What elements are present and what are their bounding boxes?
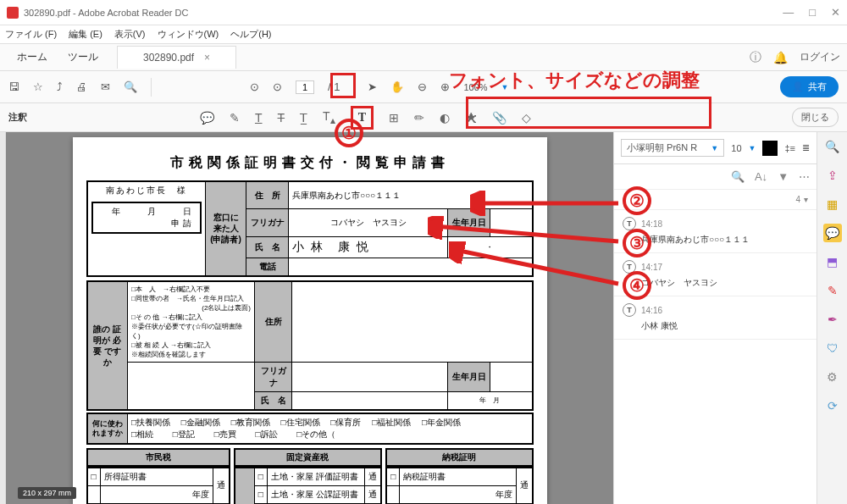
who-opt-d[interactable]: □被 相 続 人 →右欄に記入 [131, 341, 251, 350]
use-b[interactable]: □金融関係 [181, 418, 220, 427]
cat1-header: 市民税 [86, 448, 230, 467]
who-header: 誰の 証明が 必要 ですか [87, 281, 128, 410]
text-comment-icon: T [623, 303, 636, 317]
who-opt-a[interactable]: □本 人 →右欄記入不要 [131, 285, 251, 294]
who-opt-c[interactable]: □そ の 他 →右欄に記入 [131, 313, 251, 322]
who-birth-label: 生年月日 [448, 362, 490, 391]
textbox-icon[interactable]: ⊞ [389, 111, 399, 125]
close-icon[interactable]: ✕ [831, 6, 840, 19]
rail-edit-icon[interactable]: ✎ [823, 281, 842, 300]
print-icon[interactable]: 🖨 [76, 80, 87, 93]
color-swatch[interactable] [762, 141, 778, 156]
save-icon[interactable]: 🖫 [8, 80, 19, 93]
who-opt-b2: (2名以上は裏面) [131, 303, 251, 313]
tab-home[interactable]: ホーム [7, 44, 58, 70]
font-size[interactable]: 10 [731, 143, 741, 153]
strike-t-icon[interactable]: T [278, 111, 285, 125]
login-link[interactable]: ログイン [800, 50, 840, 64]
share-button[interactable]: 👤 共有 [780, 76, 839, 97]
menubar: ファイル (F) 編集 (E) 表示(V) ウィンドウ(W) ヘルプ(H) [0, 25, 847, 44]
use-a[interactable]: □扶養関係 [131, 418, 170, 427]
highlight-icon[interactable]: ✎ [230, 111, 240, 125]
who-addr-label: 住所 [255, 281, 292, 363]
linespacing-icon[interactable]: ‡≡ [784, 143, 795, 153]
use-g[interactable]: □年金関係 [422, 418, 461, 427]
pencil-icon[interactable]: ✏ [414, 111, 424, 125]
note-icon[interactable]: 💬 [200, 111, 214, 125]
rail-search-icon[interactable]: 🔍 [823, 137, 842, 156]
tab-document[interactable]: 302890.pdf × [117, 46, 236, 69]
list-icon[interactable]: ≣ [802, 142, 810, 153]
use-e[interactable]: □保育所 [330, 418, 361, 427]
tab-tools[interactable]: ツール [58, 44, 108, 70]
document-area[interactable]: 市税関係証明書交付・閲覧申請書 南あわじ市長 様 年 月 日 申請 窓口に 来た… [6, 132, 613, 504]
use-j[interactable]: □売買 [214, 429, 236, 439]
mail-icon[interactable]: ✉ [101, 80, 110, 93]
search-icon[interactable]: 🔍 [124, 80, 137, 93]
size-dropdown-icon[interactable]: ▼ [749, 144, 756, 152]
comment-count: 4 [795, 195, 800, 204]
sort-az-icon[interactable]: A↓ [755, 170, 767, 183]
rail-more-icon[interactable]: ⚙ [823, 368, 842, 386]
who-opt-b[interactable]: □同世帯の者 →氏名・生年月日記入 [131, 294, 251, 303]
use-l[interactable]: □その他（ [296, 429, 335, 439]
sort-dropdown-icon[interactable]: ▾ [804, 195, 808, 204]
hand-icon[interactable]: ✋ [390, 80, 404, 93]
menu-window[interactable]: ウィンドウ(W) [158, 28, 219, 41]
page-down-icon[interactable]: ⊙ [273, 80, 282, 93]
filter-icon[interactable]: ▼ [778, 170, 789, 183]
date-box: 年 月 日 申請 [91, 202, 202, 234]
underline-t-icon[interactable]: T [255, 111, 263, 125]
close-comment-button[interactable]: 閉じる [792, 108, 839, 127]
right-rail: 🔍 ⇪ ▦ 💬 ⬒ ✎ ✒ 🛡 ⚙ ⟳ [817, 132, 847, 504]
cursor-icon[interactable]: ➤ [368, 80, 377, 93]
use-c[interactable]: □教育関係 [231, 418, 270, 427]
zoom-out-icon[interactable]: ⊖ [418, 80, 427, 93]
use-h[interactable]: □相続 [131, 429, 153, 439]
search-comments-icon[interactable]: 🔍 [731, 170, 745, 183]
rail-combine-icon[interactable]: ⬒ [823, 252, 842, 271]
insert-t-icon[interactable]: T▴ [323, 109, 335, 126]
more-icon[interactable]: ⋯ [799, 170, 810, 183]
use-k[interactable]: □訴訟 [255, 429, 277, 439]
page-up-icon[interactable]: ⊙ [250, 80, 259, 93]
comment-toolbar: 注釈 💬 ✎ T T T̲ T▴ T ⊞ ✏ ◐ 🟊 📎 ◇ 閉じる [0, 103, 847, 132]
replace-t-icon[interactable]: T̲ [300, 111, 307, 125]
arrow-4 [449, 241, 623, 292]
rail-sign-icon[interactable]: ✒ [823, 310, 842, 329]
use-i[interactable]: □登記 [173, 429, 195, 439]
rail-create-icon[interactable]: ▦ [823, 195, 842, 213]
use-f[interactable]: □福祉関係 [372, 418, 411, 427]
to-icon[interactable]: ⤴ [57, 80, 63, 93]
rail-comment-icon[interactable]: 💬 [823, 224, 842, 242]
titlebar: 302890.pdf - Adobe Acrobat Reader DC — □… [0, 0, 847, 25]
minimize-icon[interactable]: — [783, 6, 794, 19]
menu-file[interactable]: ファイル (F) [5, 28, 57, 41]
share-label: 共有 [808, 80, 827, 93]
menu-help[interactable]: ヘルプ(H) [230, 28, 271, 41]
tab-close-icon[interactable]: × [204, 52, 210, 64]
toolbar: 🖫 ☆ ⤴ 🖨 ✉ 🔍 ⊙ ⊙ / 1 ➤ ✋ ⊖ ⊕ 100% ▼ 👤 共有 [0, 71, 847, 103]
annot-fontbox [466, 97, 711, 129]
rail-protect-icon[interactable]: 🛡 [823, 339, 842, 357]
applicant-header: 窓口に 来た人 (申請者) [206, 181, 246, 276]
page-input[interactable] [296, 80, 314, 94]
comment-item[interactable]: T14:16 小林 康悦 [614, 296, 817, 340]
star-icon[interactable]: ☆ [33, 80, 43, 93]
bell-icon[interactable]: 🔔 [773, 51, 788, 64]
left-rail[interactable] [0, 132, 6, 504]
status-size: 210 x 297 mm [18, 487, 76, 499]
who-opt-c2: ※委任状が必要です(☆印の証明書除く) [131, 322, 251, 341]
font-select[interactable]: 小塚明朝 Pr6N R ▼ [621, 139, 724, 157]
rail-export-icon[interactable]: ⇪ [823, 166, 842, 185]
menu-edit[interactable]: 編集 (E) [69, 28, 102, 41]
menu-view[interactable]: 表示(V) [114, 28, 146, 41]
use-d[interactable]: □住宅関係 [280, 418, 319, 427]
comment-text: 小林 康悦 [623, 320, 808, 332]
svg-line-2 [456, 250, 618, 284]
form-title: 市税関係証明書交付・閲覧申請書 [86, 154, 534, 172]
maximize-icon[interactable]: □ [809, 6, 816, 19]
help-icon[interactable]: ⓘ [750, 50, 761, 65]
eraser-icon[interactable]: ◐ [440, 111, 450, 125]
rail-convert-icon[interactable]: ⟳ [823, 396, 842, 415]
